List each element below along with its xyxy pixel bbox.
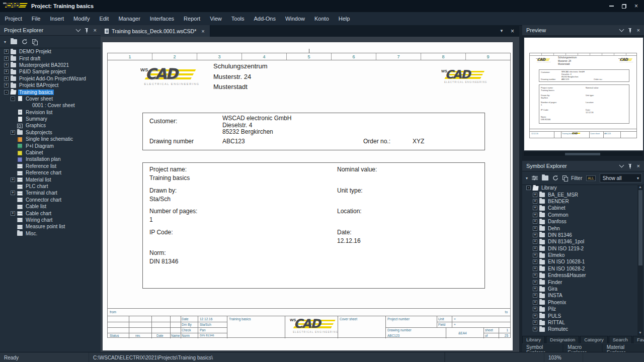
close-icon[interactable]: ×	[637, 163, 640, 168]
tree-expander[interactable]: +	[533, 300, 537, 305]
symbol-view-tab[interactable]: Category	[580, 336, 608, 343]
tree-expander[interactable]: +	[4, 56, 9, 61]
symbol-tree-item[interactable]: + PULS	[522, 312, 637, 319]
symbol-tree-item[interactable]: + Elmeko	[522, 252, 637, 258]
project-tree-item[interactable]: - Training basics	[0, 88, 101, 95]
project-tree-item[interactable]: P+I Diagram	[0, 142, 101, 149]
project-tree-item[interactable]: + Projekt BAProject	[0, 82, 101, 88]
close-icon[interactable]: ×	[94, 28, 97, 33]
tree-expander[interactable]: +	[533, 259, 537, 264]
tree-expander[interactable]: -	[4, 90, 9, 95]
symbol-view-tab[interactable]: Favorites	[633, 336, 644, 343]
close-icon[interactable]: ×	[634, 4, 638, 9]
symbol-tree-item[interactable]: + EN ISO 10628-2	[522, 265, 637, 272]
project-tree-item[interactable]: Measure point list	[0, 223, 101, 230]
minimize-icon[interactable]	[609, 6, 614, 7]
project-tree-item[interactable]: + First draft	[0, 55, 101, 61]
menu-item[interactable]: Edit	[95, 16, 114, 22]
symbol-tree-item[interactable]: + Finder	[522, 279, 637, 285]
tree-expander[interactable]: +	[4, 83, 9, 87]
menu-item[interactable]: Interfaces	[145, 16, 179, 22]
tree-expander[interactable]: +	[11, 130, 15, 135]
project-tree-item[interactable]: + P&ID Sample project	[0, 68, 101, 75]
drawing-canvas[interactable]: 123456789 WS CAD ELECTRICAL ENGINEERING	[101, 37, 519, 352]
project-tree-item[interactable]: Reference list	[0, 163, 101, 169]
menu-item[interactable]: Project	[0, 16, 27, 22]
tree-expander[interactable]: +	[533, 233, 537, 237]
copy-icon[interactable]	[562, 175, 567, 180]
scrollbar-thumb[interactable]	[638, 190, 642, 265]
project-tree-item[interactable]: Wiring chart	[0, 217, 101, 223]
tree-expander[interactable]: +	[4, 69, 9, 74]
symbol-tree-item[interactable]: + DIN ISO 1219-2	[522, 245, 637, 252]
symbol-tree-item[interactable]: + BA_EE_MSR	[522, 191, 637, 198]
menu-item[interactable]: File	[27, 16, 45, 22]
project-tree-item[interactable]: Graphics	[0, 122, 101, 129]
tab-close-icon[interactable]: ×	[201, 28, 204, 34]
project-tree-item[interactable]: Installation plan	[0, 156, 101, 162]
close-icon[interactable]: ×	[637, 28, 640, 33]
symbol-tree-item[interactable]: + Gira	[522, 286, 637, 292]
symbol-view-tab[interactable]: Search	[609, 336, 632, 343]
project-tree-item[interactable]: + Projekt Add-On ProjectWizard	[0, 75, 101, 82]
symbol-view-tab[interactable]: Designation	[546, 336, 579, 343]
project-tree-item[interactable]: 0001 : Cover sheet	[0, 102, 101, 109]
tree-expander[interactable]: +	[533, 280, 537, 285]
menu-item[interactable]: Manager	[114, 16, 145, 22]
dropdown-arrow-icon[interactable]: ▾	[526, 176, 528, 180]
tree-expander[interactable]: +	[533, 307, 537, 311]
tree-expander[interactable]: +	[4, 49, 9, 54]
tree-expander[interactable]: +	[4, 63, 9, 67]
symbol-tree-item[interactable]: + EN ISO 10628-1	[522, 258, 637, 265]
symbol-tree-item[interactable]: + Cabinet	[522, 205, 637, 211]
symbol-tree-item[interactable]: + Romutec	[522, 326, 637, 332]
tree-expander[interactable]: +	[533, 206, 537, 210]
tree-expander[interactable]: +	[533, 246, 537, 251]
dropdown-arrow-icon[interactable]: ▾	[4, 40, 6, 44]
tree-expander[interactable]: +	[533, 293, 537, 298]
project-tree-item[interactable]: + Subprojects	[0, 129, 101, 136]
project-tree-item[interactable]: + Cable chart	[0, 210, 101, 216]
tree-expander[interactable]: +	[533, 193, 537, 197]
menu-item[interactable]: Insert	[45, 16, 69, 22]
tree-expander[interactable]: +	[533, 213, 537, 217]
pin-icon[interactable]	[629, 29, 631, 32]
tree-expander[interactable]: +	[533, 273, 537, 278]
tree-expander[interactable]: +	[4, 76, 9, 81]
tree-expander[interactable]: +	[11, 191, 15, 195]
copy-icon[interactable]	[32, 39, 37, 44]
symbol-tree-item[interactable]: + DIN 81346_1pol	[522, 238, 637, 245]
tree-expander[interactable]: +	[533, 314, 537, 318]
tree-expander[interactable]: +	[533, 266, 537, 271]
tree-expander[interactable]: +	[11, 177, 15, 182]
project-tree-item[interactable]: PLC chart	[0, 183, 101, 190]
pin-icon[interactable]	[629, 164, 631, 167]
tree-expander[interactable]: +	[533, 219, 537, 224]
menu-item[interactable]: Window	[280, 16, 309, 22]
project-tree-item[interactable]: + Material list	[0, 176, 101, 183]
folder-icon[interactable]	[542, 175, 548, 180]
project-tree-item[interactable]: - Cover sheet	[0, 96, 101, 102]
symbol-view-tab[interactable]: Library	[522, 336, 545, 343]
menu-item[interactable]: View	[205, 16, 227, 22]
project-tree-item[interactable]: + DEMO Projekt	[0, 48, 101, 55]
symbol-tree-item[interactable]: + Danfoss	[522, 218, 637, 225]
project-tree-item[interactable]: Cabinet	[0, 149, 101, 156]
project-tree-item[interactable]: Summary	[0, 116, 101, 122]
filter-sliders-icon[interactable]	[532, 175, 538, 180]
project-tree-item[interactable]: + Musterprojekt BA2021	[0, 62, 101, 68]
menu-item[interactable]: Tools	[226, 16, 249, 22]
tree-expander[interactable]: +	[533, 253, 537, 257]
symbol-tree-item[interactable]: + Endress&Hauser	[522, 272, 637, 279]
tree-expander[interactable]: -	[11, 97, 15, 101]
tree-expander[interactable]: -	[526, 186, 531, 190]
tab-list-icon[interactable]: ▼	[500, 29, 504, 33]
symbol-tree-item[interactable]: + BENDER	[522, 198, 637, 205]
close-document-icon[interactable]: ×	[511, 29, 514, 34]
project-tree-item[interactable]: + Terminal chart	[0, 190, 101, 196]
preview-horizontal-scrollbar[interactable]	[524, 152, 642, 156]
project-tree-item[interactable]: Misc.	[0, 230, 101, 237]
tree-expander[interactable]: +	[533, 320, 537, 325]
refresh-icon[interactable]	[552, 175, 558, 181]
scroll-down-icon[interactable]: ▼	[637, 330, 643, 335]
